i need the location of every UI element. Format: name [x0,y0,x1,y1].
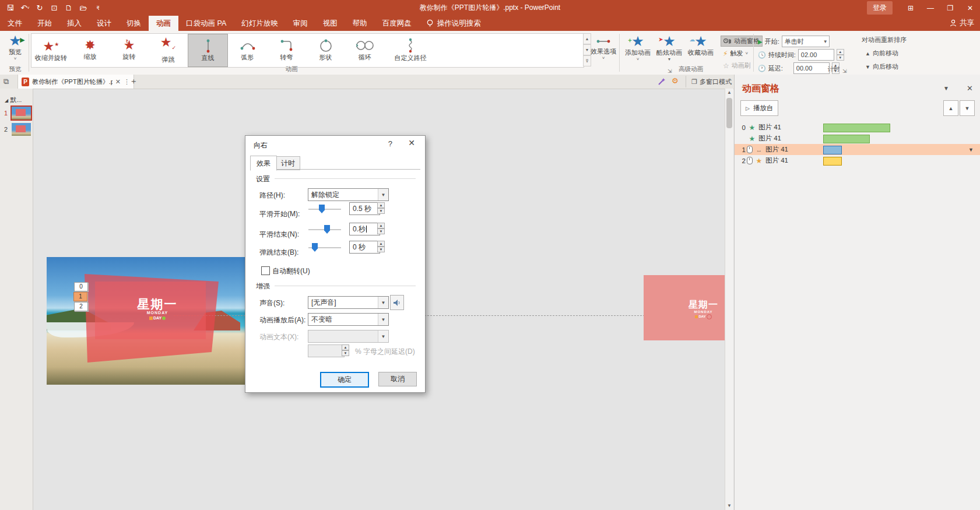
gallery-item-bounce[interactable]: ★✓弹跳 [149,34,188,66]
gallery-item-zoom[interactable]: ✸缩放 [71,34,110,66]
gear-icon[interactable]: ⚙ [672,76,679,85]
play-from-button[interactable]: ▷ 播放自 [740,100,778,116]
tab-slideshow[interactable]: 幻灯片放映 [234,16,286,31]
pane-close-icon[interactable]: ✕ [967,84,973,93]
ok-button[interactable]: 确定 [320,372,369,388]
auto-reverse-checkbox[interactable] [261,266,270,275]
gallery-item-line-path[interactable]: 直线 [188,34,228,67]
timeline-bar-yellow[interactable] [823,157,842,166]
restore-icon[interactable]: ❐ [940,0,960,16]
smooth-end-stepper[interactable]: ▲▼ [377,223,385,234]
add-animation-button[interactable]: ★＋ 添加动画˅ [623,34,653,62]
duration-input[interactable]: 02.00 [798,49,834,61]
redo-icon[interactable]: ↻ [35,3,44,13]
effect-options-button[interactable]: 效果选项 ˅ [590,36,617,61]
tab-transitions[interactable]: 切换 [119,16,149,31]
slider-thumb[interactable] [319,205,325,213]
row-dropdown-chevron-icon[interactable]: ▼ [968,147,974,153]
share-button[interactable]: 共享 [950,18,974,28]
close-icon[interactable]: ✕ [960,0,980,16]
gallery-item-arc-path[interactable]: 弧形 [228,34,267,66]
start-combobox[interactable]: 单击时▼ [782,36,830,47]
multi-window-mode-button[interactable]: ❐ 多窗口模式 [691,78,732,86]
tab-view[interactable]: 视图 [315,16,345,31]
tab-animations[interactable]: 动画 [149,16,178,31]
document-tab[interactable]: P 教你制作《PPT图片轮播》.pptx ✕ ⋮ [17,75,134,89]
animation-row-1[interactable]: ★ 图片 41 [735,133,980,144]
smooth-end-input[interactable]: 0.秒 [349,223,380,235]
minimize-icon[interactable]: — [921,0,940,16]
tab-baidu-netdisk[interactable]: 百度网盘 [375,16,419,31]
sound-combobox[interactable]: [无声音]▼ [308,296,389,309]
animation-pane-button[interactable]: 动画窗格 [721,36,763,47]
slider-thumb[interactable] [324,225,330,234]
dialog-close-icon[interactable]: ✕ [403,138,420,147]
trigger-button[interactable]: ⚡ 触发˅ [723,49,748,58]
tab-design[interactable]: 设计 [89,16,119,31]
favorite-animation-button[interactable]: ★☁ 收藏动画 [686,34,716,57]
tab-home[interactable]: 开始 [30,16,59,31]
wand-icon[interactable] [658,77,666,87]
gallery-item-shrink-rotate[interactable]: ★★收缩并旋转 [31,34,71,66]
scroll-up-icon[interactable]: ▲ [725,89,733,97]
after-animation-combobox[interactable]: 不变暗▼ [308,313,389,326]
login-button[interactable]: 登录 [867,1,893,15]
animation-row-0[interactable]: 0 ★ 图片 41 [735,122,980,133]
dialog-tab-effect[interactable]: 效果 [250,156,277,171]
slideshow-icon[interactable]: ⊡ [50,3,59,13]
preview-button[interactable]: ★▶ 预览 ˅ [2,34,28,61]
speaker-button[interactable] [390,295,404,310]
letter-delay-stepper[interactable]: ▲▼ [342,344,349,356]
undo-icon[interactable]: ↶˅ [20,3,30,13]
gallery-item-shape-path[interactable]: 形状 [306,34,345,66]
new-file-icon[interactable]: 🗋 [64,3,73,13]
gallery-item-turn-path[interactable]: 转弯 [267,34,306,66]
qat-more-icon[interactable]: ₹ [93,3,103,13]
path-combobox[interactable]: 解除锁定▼ [308,188,389,201]
tab-file[interactable]: 文件 [0,16,30,31]
tab-insert[interactable]: 插入 [59,16,89,31]
ribbon-display-options-icon[interactable]: ⊞ [901,0,921,16]
slider-thumb[interactable] [312,243,318,252]
move-up-button[interactable]: ▲ [943,100,958,116]
dialog-help-icon[interactable]: ? [388,139,392,148]
move-earlier-button[interactable]: ▲向前移动 [865,49,898,58]
timeline-bar-blue[interactable] [823,146,842,154]
scrollbar-thumb[interactable] [726,98,732,128]
window-list-icon[interactable]: ⧉ [3,77,9,86]
timeline-bar-green[interactable] [823,124,890,132]
animation-row-3[interactable]: 2 ★ 图片 41 [735,155,980,166]
animation-row-2-selected[interactable]: 1 ↔ 图片 41 ▼ [735,144,980,155]
smooth-start-slider[interactable] [308,205,341,214]
animation-number-badge-1[interactable]: 1 [73,292,87,301]
canvas-scrollbar[interactable]: ▲ ▼ [725,89,733,510]
animation-number-badge-2[interactable]: 2 [74,302,88,311]
timeline-bar-green[interactable] [823,135,870,143]
gallery-item-spin[interactable]: ★↻旋转 [110,34,149,66]
tab-help[interactable]: 帮助 [345,16,375,31]
move-down-button[interactable]: ▼ [960,100,975,116]
tab-close-icon[interactable]: ✕ [115,78,121,86]
motion-path-destination-shape[interactable]: 星期一 MONDAY DAY [644,275,731,340]
slide-1-thumbnail[interactable] [12,107,31,119]
scroll-down-icon[interactable]: ▼ [725,502,733,510]
gallery-item-loop-path[interactable]: 循环 [345,34,384,66]
new-tab-icon[interactable]: ＋ [129,76,138,87]
smooth-end-slider[interactable] [308,225,341,234]
tell-me-search[interactable]: 操作说明搜索 [426,19,481,29]
open-folder-icon[interactable]: 🗁 [79,3,88,13]
tab-review[interactable]: 审阅 [286,16,315,31]
dialog-launcher-icon[interactable]: ⇲ [842,68,847,74]
slide-2-thumbnail[interactable] [12,123,31,136]
gallery-item-custom-path[interactable]: 自定义路径 [384,34,437,66]
cool-animation-button[interactable]: ★➤ 酷炫动画▾ [654,34,684,62]
cancel-button[interactable]: 取消 [378,372,417,386]
pane-chevron-down-icon[interactable]: ▼ [943,85,949,92]
tab-pocket-animation[interactable]: 口袋动画 PA [178,16,234,31]
dialog-tab-timing[interactable]: 计时 [276,156,300,170]
smooth-start-input[interactable]: 0.5 秒 [349,202,380,215]
bounce-end-stepper[interactable]: ▲▼ [377,241,385,252]
section-header[interactable]: ◢ 默... [5,96,22,104]
animation-number-badge-0[interactable]: 0 [74,282,88,291]
bounce-end-input[interactable]: 0 秒 [349,241,380,254]
